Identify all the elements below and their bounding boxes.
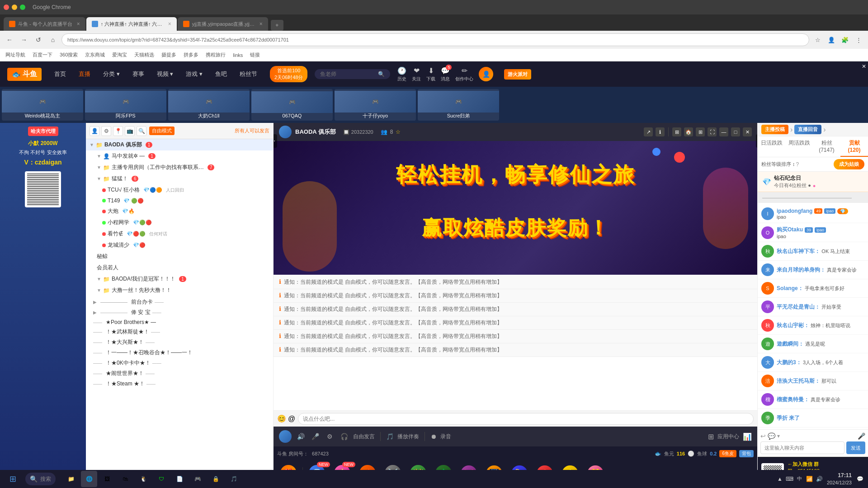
extensions-btn[interactable]: 🧩 — [839, 34, 851, 46]
quick-link-ctrip[interactable]: 携程旅行 — [206, 52, 226, 58]
tree-node-kz[interactable]: 看竹∉ 💎🔴🟢 任何对话 — [86, 228, 273, 239]
ch-0k[interactable]: —— ！★0K中卡中★！ —— — [90, 358, 269, 368]
tab-fans[interactable]: 粉丝(7147) — [813, 136, 840, 157]
tray-keyboard[interactable]: ⌨ — [786, 475, 793, 483]
quick-link-nav[interactable]: 网址导航 — [5, 52, 25, 58]
quick-link-360[interactable]: 360搜索 — [60, 52, 78, 58]
ch-1[interactable]: ▶ —————— 俸 安 宝 —— — [90, 307, 269, 318]
expand-right-btn[interactable]: + — [756, 134, 757, 148]
mic-ctrl[interactable]: 🎤 — [310, 431, 321, 442]
profile-btn[interactable]: 👤 — [826, 34, 837, 46]
site-search[interactable]: 🔍 — [315, 69, 390, 79]
tree-node-mj[interactable]: 秘鲸 — [86, 251, 273, 262]
nav-video[interactable]: 视频 ▾ — [151, 68, 179, 80]
ch-steam[interactable]: —— ！★Steam ★！ —— — [90, 379, 269, 389]
bar-chart-icon[interactable]: 📊 — [743, 432, 752, 441]
ch-0[interactable]: ▶ —————— 前台办卡 —— — [90, 297, 269, 307]
tree-node-hyr[interactable]: 会员若人 — [86, 262, 273, 273]
mode-bottom-label[interactable]: 自由发言 — [353, 433, 375, 441]
browser-tab-2[interactable]: ↑ 六神直播↑ 六神直播↑ 六神直... × — [86, 17, 177, 31]
close-window-btn[interactable] — [4, 5, 9, 10]
all-can-send-label[interactable]: 所有人可以发言 — [235, 127, 269, 134]
headset-ctrl[interactable]: 🎧 — [339, 431, 349, 442]
app-qq[interactable]: 🐧 — [135, 471, 151, 487]
location-icon-btn[interactable]: 📍 — [113, 126, 123, 136]
person-icon-btn[interactable]: 👤 — [90, 126, 99, 136]
vip-fish-badge[interactable]: 6鱼皮 — [719, 450, 736, 457]
close-stream-btn[interactable]: ✕ — [743, 127, 752, 136]
mic-icon[interactable]: 🎤 — [858, 432, 865, 440]
quick-link-links[interactable]: links — [233, 52, 243, 58]
tree-node-dash[interactable]: ▼ 📁 大撸一丝！先秒大撸！！ — [86, 285, 273, 296]
forward-btn[interactable]: → — [18, 34, 30, 46]
tray-network[interactable]: 📶 — [806, 475, 813, 483]
minimize-stream-btn[interactable]: — — [719, 127, 728, 136]
search-icon-btn[interactable]: 🔍 — [137, 126, 146, 136]
chat-input-field[interactable] — [298, 413, 754, 425]
smile-icon[interactable]: 😊 — [277, 414, 286, 423]
send-chat-btn[interactable]: 发送 — [846, 441, 865, 454]
address-bar[interactable]: https://www.douyu.com/topic/gmb?rid=6874… — [61, 33, 809, 46]
nav-fishbar[interactable]: 鱼吧 — [210, 68, 232, 80]
streamer-card-5[interactable]: 🎮 Sucre归弟 — [418, 89, 499, 121]
minimize-window-btn[interactable] — [12, 5, 17, 10]
nav-category[interactable]: 分类 ▾ — [98, 68, 125, 80]
at-icon[interactable]: @ — [288, 415, 295, 423]
icon-download[interactable]: ⬇ 下载 — [426, 66, 435, 82]
app-music[interactable]: 🎵 — [226, 471, 242, 487]
refresh-btn[interactable]: ↺ — [33, 34, 44, 46]
tv-icon-btn[interactable]: 📺 — [125, 126, 135, 136]
reply-icon[interactable]: ↩ — [760, 432, 766, 440]
tree-node-0[interactable]: ▼ 👤 马中发就✲ — 1 — [86, 150, 273, 162]
expand-stream-btn[interactable]: □ — [731, 127, 740, 136]
tray-volume[interactable]: 🔊 — [816, 475, 823, 483]
music-bottom-label[interactable]: 播放伴奏 — [397, 433, 419, 441]
maximize-window-btn[interactable] — [20, 5, 25, 10]
browser-tab-3[interactable]: yjj直播,yjimpaopao直播,yjj元息... × — [178, 17, 268, 31]
nav-fanfest[interactable]: 粉丝节 — [234, 68, 263, 80]
ch-daxing[interactable]: —— ！★大兴斯★！ —— — [90, 337, 269, 347]
app-browser-edge[interactable]: 🌐 — [81, 471, 97, 487]
icon-creator[interactable]: ✏ 创作中心 — [455, 66, 473, 82]
grid-btn[interactable]: ⊞ — [696, 127, 705, 136]
tree-node-t149[interactable]: T149 💎 🟢🔴 — [86, 196, 273, 206]
start-button[interactable]: ⊞ — [4, 472, 22, 486]
theater-btn[interactable]: ⊞ — [672, 127, 681, 136]
grid-view-icon[interactable]: ⊞ — [708, 432, 714, 441]
speaker-ctrl[interactable]: 🔊 — [295, 431, 306, 442]
app-photos[interactable]: 🖼 — [99, 471, 115, 487]
tree-node-dp[interactable]: 大炮 💎🔥 — [86, 206, 273, 217]
app-center-label[interactable]: 应用中心 — [717, 433, 739, 441]
tree-node-tcu[interactable]: TCU√ 狂小格 💎🔵🟠 人口回归 — [86, 184, 273, 196]
share-btn[interactable]: ↗ — [644, 127, 653, 136]
vip-join-btn[interactable]: 成为姑娘 — [834, 159, 864, 169]
tree-node-xc[interactable]: 小程网学 💎🟢🔴 — [86, 217, 273, 228]
back-btn[interactable]: ← — [4, 34, 15, 46]
tab-close-2[interactable]: × — [168, 21, 171, 27]
collapse-tree-btn[interactable]: ⋯ — [274, 134, 277, 148]
mode-label[interactable]: 自由模式 — [149, 127, 175, 135]
host-post-btn[interactable]: 主播投稿 — [761, 125, 788, 134]
record-bottom-label[interactable]: 录音 — [440, 433, 451, 441]
settings-icon-btn[interactable]: ⚙ — [101, 126, 111, 136]
tree-node-猛[interactable]: ▼ 📁 猛猛！ 6 — [86, 173, 273, 184]
fullscreen-btn[interactable]: ⛶ — [708, 127, 717, 136]
nav-live[interactable]: 直播 — [73, 68, 96, 80]
nav-game[interactable]: 游戏 ▾ — [180, 68, 208, 80]
streamer-card-3[interactable]: 🎮 067QAQ — [251, 89, 333, 121]
streamer-card-1[interactable]: 🎮 阿乐FPS — [85, 89, 166, 121]
info-btn[interactable]: ℹ — [656, 127, 665, 136]
new-tab-btn[interactable]: + — [271, 20, 283, 31]
tree-root[interactable]: ▼ 📁 BAODA 俱乐部 1 — [86, 139, 273, 150]
streamer-card-4[interactable]: 🎮 十子仔yoyo — [335, 89, 416, 121]
icon-follow[interactable]: ❤ 关注 — [412, 66, 421, 82]
quick-link-chain[interactable]: 链接 — [250, 52, 260, 58]
app-360[interactable]: 🛡 — [153, 471, 170, 487]
ch-wl[interactable]: —— ！★武林斯徒★！ —— — [90, 327, 269, 337]
streamer-card-2[interactable]: 🎮 大奶Ch1ll — [168, 89, 250, 121]
ch-xj[interactable]: —— ★闹世世界★！ —— — [90, 368, 269, 379]
tab-contribute[interactable]: 贡献(120) — [840, 136, 868, 157]
tree-node-lc[interactable]: 龙城清少 💎🔴 — [86, 239, 273, 251]
app-file-explorer[interactable]: 📁 — [63, 471, 79, 487]
user-avatar[interactable]: 👤 — [479, 67, 493, 81]
